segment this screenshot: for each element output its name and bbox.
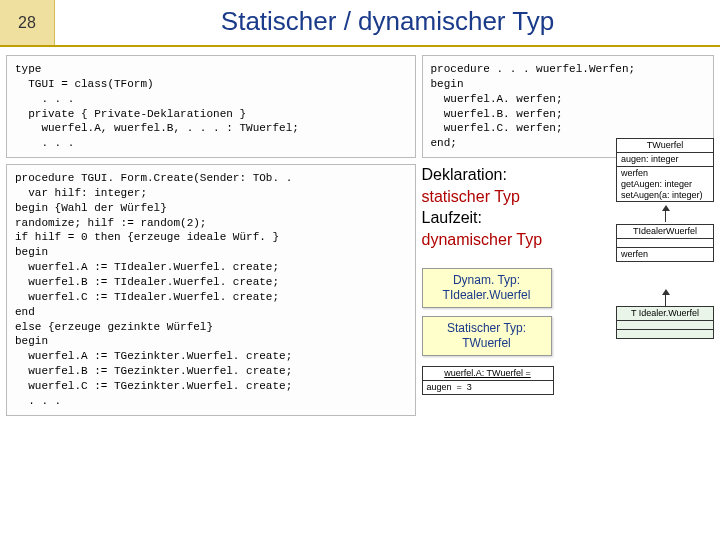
uml-inheritance-arrow (665, 210, 666, 222)
runtime-label: Laufzeit: (422, 209, 482, 226)
uml-diagram: Dynam. Typ: TIdealer.Wuerfel Statischer … (422, 258, 715, 478)
callout-dynamic-text: Dynam. Typ: TIdealer.Wuerfel (443, 273, 531, 302)
decl-label: Deklaration: (422, 166, 507, 183)
callout-static-text: Statischer Typ: TWuerfel (447, 321, 526, 350)
uml-class-tidealerwuerfel-2: T Idealer.Wuerfel (616, 306, 714, 339)
uml-twuerfel-attrs: augen: integer (617, 153, 713, 167)
page-number: 28 (0, 0, 55, 45)
uml-tidealer-attrs (617, 239, 713, 248)
left-column: type TGUI = class(TForm) . . . private {… (6, 55, 416, 478)
uml-twuerfel-name: TWuerfel (617, 139, 713, 153)
callout-dynamic-type: Dynam. Typ: TIdealer.Wuerfel (422, 268, 552, 308)
uml-link-arrow (665, 294, 666, 306)
code-formcreate: procedure TGUI. Form.Create(Sender: TOb.… (6, 164, 416, 416)
uml-obj-attrs: augen = 3 (423, 381, 553, 394)
callout-static-type: Statischer Typ: TWuerfel (422, 316, 552, 356)
uml-tidealer2-attrs (617, 321, 713, 330)
static-type-label: statischer Typ (422, 188, 520, 205)
uml-class-twuerfel: TWuerfel augen: integer werfen getAugen:… (616, 138, 714, 202)
uml-class-tidealerwuerfel: TIdealerWuerfel werfen (616, 224, 714, 262)
uml-twuerfel-ops: werfen getAugen: integer setAugen(a: int… (617, 167, 713, 201)
uml-tidealer2-ops (617, 330, 713, 338)
uml-tidealer-ops: werfen (617, 248, 713, 261)
slide-title: Statischer / dynamischer Typ (55, 0, 720, 45)
slide-header: 28 Statischer / dynamischer Typ (0, 0, 720, 47)
uml-object-wuerfela: wuerfel.A: TWuerfel = augen = 3 (422, 366, 554, 395)
content-area: type TGUI = class(TForm) . . . private {… (0, 47, 720, 478)
uml-obj-name: wuerfel.A: TWuerfel = (423, 367, 553, 381)
uml-tidealer-name: TIdealerWuerfel (617, 225, 713, 239)
right-column: procedure . . . wuerfel.Werfen; begin wu… (422, 55, 715, 478)
code-type-declaration: type TGUI = class(TForm) . . . private {… (6, 55, 416, 158)
uml-tidealer2-name: T Idealer.Wuerfel (617, 307, 713, 321)
dynamic-type-label: dynamischer Typ (422, 231, 543, 248)
